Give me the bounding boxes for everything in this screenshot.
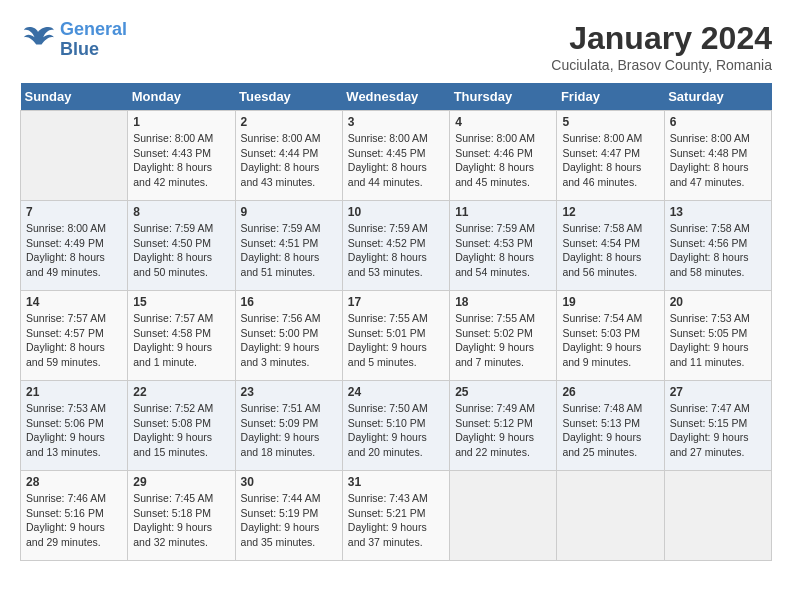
day-number: 19 [562, 295, 658, 309]
day-number: 8 [133, 205, 229, 219]
calendar-cell: 7Sunrise: 8:00 AM Sunset: 4:49 PM Daylig… [21, 201, 128, 291]
calendar-cell: 9Sunrise: 7:59 AM Sunset: 4:51 PM Daylig… [235, 201, 342, 291]
calendar-cell: 27Sunrise: 7:47 AM Sunset: 5:15 PM Dayli… [664, 381, 771, 471]
logo: General Blue [20, 20, 127, 60]
weekday-row: SundayMondayTuesdayWednesdayThursdayFrid… [21, 83, 772, 111]
day-info: Sunrise: 7:46 AM Sunset: 5:16 PM Dayligh… [26, 491, 122, 550]
logo-text: General Blue [60, 20, 127, 60]
calendar-cell: 20Sunrise: 7:53 AM Sunset: 5:05 PM Dayli… [664, 291, 771, 381]
weekday-header: Saturday [664, 83, 771, 111]
calendar-cell [450, 471, 557, 561]
calendar-cell: 26Sunrise: 7:48 AM Sunset: 5:13 PM Dayli… [557, 381, 664, 471]
calendar-cell: 12Sunrise: 7:58 AM Sunset: 4:54 PM Dayli… [557, 201, 664, 291]
day-info: Sunrise: 7:56 AM Sunset: 5:00 PM Dayligh… [241, 311, 337, 370]
day-number: 24 [348, 385, 444, 399]
day-number: 7 [26, 205, 122, 219]
logo-icon [20, 25, 56, 55]
day-number: 10 [348, 205, 444, 219]
calendar-cell: 22Sunrise: 7:52 AM Sunset: 5:08 PM Dayli… [128, 381, 235, 471]
day-number: 29 [133, 475, 229, 489]
calendar-cell: 11Sunrise: 7:59 AM Sunset: 4:53 PM Dayli… [450, 201, 557, 291]
day-number: 2 [241, 115, 337, 129]
calendar-cell [664, 471, 771, 561]
day-number: 27 [670, 385, 766, 399]
calendar-cell: 4Sunrise: 8:00 AM Sunset: 4:46 PM Daylig… [450, 111, 557, 201]
day-number: 4 [455, 115, 551, 129]
calendar-cell: 5Sunrise: 8:00 AM Sunset: 4:47 PM Daylig… [557, 111, 664, 201]
weekday-header: Tuesday [235, 83, 342, 111]
day-info: Sunrise: 7:55 AM Sunset: 5:02 PM Dayligh… [455, 311, 551, 370]
calendar-week: 28Sunrise: 7:46 AM Sunset: 5:16 PM Dayli… [21, 471, 772, 561]
day-number: 5 [562, 115, 658, 129]
day-info: Sunrise: 7:58 AM Sunset: 4:54 PM Dayligh… [562, 221, 658, 280]
calendar-cell: 10Sunrise: 7:59 AM Sunset: 4:52 PM Dayli… [342, 201, 449, 291]
day-info: Sunrise: 7:59 AM Sunset: 4:52 PM Dayligh… [348, 221, 444, 280]
page-header: General Blue January 2024 Cuciulata, Bra… [20, 20, 772, 73]
day-number: 20 [670, 295, 766, 309]
day-number: 14 [26, 295, 122, 309]
day-info: Sunrise: 7:53 AM Sunset: 5:06 PM Dayligh… [26, 401, 122, 460]
calendar-week: 21Sunrise: 7:53 AM Sunset: 5:06 PM Dayli… [21, 381, 772, 471]
calendar-cell: 1Sunrise: 8:00 AM Sunset: 4:43 PM Daylig… [128, 111, 235, 201]
calendar-week: 1Sunrise: 8:00 AM Sunset: 4:43 PM Daylig… [21, 111, 772, 201]
day-info: Sunrise: 7:49 AM Sunset: 5:12 PM Dayligh… [455, 401, 551, 460]
day-info: Sunrise: 7:58 AM Sunset: 4:56 PM Dayligh… [670, 221, 766, 280]
calendar-cell: 28Sunrise: 7:46 AM Sunset: 5:16 PM Dayli… [21, 471, 128, 561]
day-info: Sunrise: 7:44 AM Sunset: 5:19 PM Dayligh… [241, 491, 337, 550]
calendar-cell: 19Sunrise: 7:54 AM Sunset: 5:03 PM Dayli… [557, 291, 664, 381]
calendar-week: 14Sunrise: 7:57 AM Sunset: 4:57 PM Dayli… [21, 291, 772, 381]
day-number: 11 [455, 205, 551, 219]
calendar-cell: 21Sunrise: 7:53 AM Sunset: 5:06 PM Dayli… [21, 381, 128, 471]
day-info: Sunrise: 7:59 AM Sunset: 4:53 PM Dayligh… [455, 221, 551, 280]
day-info: Sunrise: 8:00 AM Sunset: 4:45 PM Dayligh… [348, 131, 444, 190]
calendar-table: SundayMondayTuesdayWednesdayThursdayFrid… [20, 83, 772, 561]
month-title: January 2024 [551, 20, 772, 57]
day-info: Sunrise: 7:55 AM Sunset: 5:01 PM Dayligh… [348, 311, 444, 370]
day-number: 17 [348, 295, 444, 309]
calendar-cell: 30Sunrise: 7:44 AM Sunset: 5:19 PM Dayli… [235, 471, 342, 561]
day-number: 21 [26, 385, 122, 399]
day-info: Sunrise: 7:43 AM Sunset: 5:21 PM Dayligh… [348, 491, 444, 550]
weekday-header: Friday [557, 83, 664, 111]
day-number: 31 [348, 475, 444, 489]
location-label: Cuciulata, Brasov County, Romania [551, 57, 772, 73]
weekday-header: Monday [128, 83, 235, 111]
calendar-cell: 14Sunrise: 7:57 AM Sunset: 4:57 PM Dayli… [21, 291, 128, 381]
day-info: Sunrise: 7:52 AM Sunset: 5:08 PM Dayligh… [133, 401, 229, 460]
calendar-week: 7Sunrise: 8:00 AM Sunset: 4:49 PM Daylig… [21, 201, 772, 291]
day-number: 18 [455, 295, 551, 309]
day-number: 22 [133, 385, 229, 399]
day-info: Sunrise: 7:57 AM Sunset: 4:57 PM Dayligh… [26, 311, 122, 370]
day-info: Sunrise: 7:59 AM Sunset: 4:50 PM Dayligh… [133, 221, 229, 280]
calendar-cell: 16Sunrise: 7:56 AM Sunset: 5:00 PM Dayli… [235, 291, 342, 381]
day-number: 25 [455, 385, 551, 399]
day-number: 28 [26, 475, 122, 489]
day-number: 13 [670, 205, 766, 219]
day-info: Sunrise: 7:47 AM Sunset: 5:15 PM Dayligh… [670, 401, 766, 460]
calendar-cell: 6Sunrise: 8:00 AM Sunset: 4:48 PM Daylig… [664, 111, 771, 201]
day-info: Sunrise: 8:00 AM Sunset: 4:48 PM Dayligh… [670, 131, 766, 190]
title-section: January 2024 Cuciulata, Brasov County, R… [551, 20, 772, 73]
day-number: 3 [348, 115, 444, 129]
day-number: 1 [133, 115, 229, 129]
day-info: Sunrise: 8:00 AM Sunset: 4:43 PM Dayligh… [133, 131, 229, 190]
day-number: 12 [562, 205, 658, 219]
day-info: Sunrise: 8:00 AM Sunset: 4:47 PM Dayligh… [562, 131, 658, 190]
calendar-cell: 15Sunrise: 7:57 AM Sunset: 4:58 PM Dayli… [128, 291, 235, 381]
calendar-cell: 2Sunrise: 8:00 AM Sunset: 4:44 PM Daylig… [235, 111, 342, 201]
weekday-header: Wednesday [342, 83, 449, 111]
calendar-header: SundayMondayTuesdayWednesdayThursdayFrid… [21, 83, 772, 111]
day-number: 6 [670, 115, 766, 129]
calendar-cell: 3Sunrise: 8:00 AM Sunset: 4:45 PM Daylig… [342, 111, 449, 201]
weekday-header: Sunday [21, 83, 128, 111]
day-info: Sunrise: 7:59 AM Sunset: 4:51 PM Dayligh… [241, 221, 337, 280]
day-number: 26 [562, 385, 658, 399]
day-number: 30 [241, 475, 337, 489]
calendar-body: 1Sunrise: 8:00 AM Sunset: 4:43 PM Daylig… [21, 111, 772, 561]
calendar-cell: 17Sunrise: 7:55 AM Sunset: 5:01 PM Dayli… [342, 291, 449, 381]
day-info: Sunrise: 8:00 AM Sunset: 4:44 PM Dayligh… [241, 131, 337, 190]
weekday-header: Thursday [450, 83, 557, 111]
day-info: Sunrise: 7:51 AM Sunset: 5:09 PM Dayligh… [241, 401, 337, 460]
calendar-cell [21, 111, 128, 201]
day-info: Sunrise: 7:54 AM Sunset: 5:03 PM Dayligh… [562, 311, 658, 370]
